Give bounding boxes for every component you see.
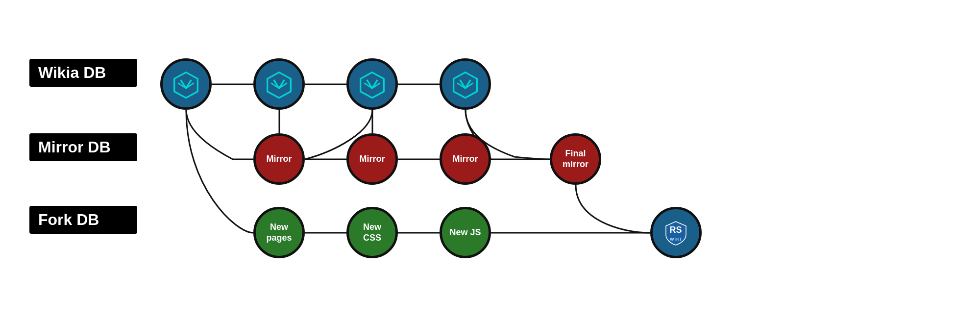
- mirror-node-1: Mirror: [253, 133, 305, 185]
- rswiki-inner: RS WIKI: [662, 219, 689, 246]
- wikia-node-1: [160, 58, 212, 110]
- svg-text:WIKI: WIKI: [670, 237, 682, 242]
- mirror-label-3: Mirror: [452, 154, 478, 165]
- wikia-node-2: [253, 58, 305, 110]
- mirror-label-4: Final mirror: [563, 149, 588, 170]
- fork-db-label: Fork DB: [29, 206, 137, 234]
- rswiki-node: RS WIKI: [650, 207, 702, 258]
- fork-node-3: New JS: [440, 207, 491, 258]
- svg-marker-12: [361, 73, 384, 98]
- rswiki-icon: RS WIKI: [662, 219, 689, 246]
- svg-marker-13: [454, 73, 477, 98]
- svg-text:RS: RS: [669, 225, 682, 235]
- fork-node-1: New pages: [253, 207, 305, 258]
- wikia-db-label-container: Wikia DB: [29, 59, 137, 87]
- fork-db-label-container: Fork DB: [29, 206, 137, 234]
- mirror-db-label-container: Mirror DB: [29, 133, 137, 161]
- wikia-icon-4: [449, 68, 481, 100]
- mirror-node-2: Mirror: [346, 133, 398, 185]
- diagram-container: Wikia DB Mirror DB Fork DB: [0, 0, 980, 322]
- wikia-icon-1: [170, 68, 202, 100]
- wikia-icon-3: [356, 68, 388, 100]
- fork-label-2: New CSS: [363, 222, 381, 243]
- wikia-icon-2: [263, 68, 295, 100]
- wikia-node-3: [346, 58, 398, 110]
- mirror-node-4: Final mirror: [550, 133, 601, 185]
- wikia-db-label: Wikia DB: [29, 59, 137, 87]
- fork-label-1: New pages: [266, 222, 292, 243]
- svg-marker-11: [268, 73, 291, 98]
- fork-label-3: New JS: [449, 227, 481, 238]
- wikia-node-4: [440, 58, 491, 110]
- mirror-db-label: Mirror DB: [29, 133, 137, 161]
- mirror-label-1: Mirror: [266, 154, 292, 165]
- mirror-node-3: Mirror: [440, 133, 491, 185]
- svg-marker-10: [174, 73, 198, 98]
- mirror-label-2: Mirror: [359, 154, 385, 165]
- fork-node-2: New CSS: [346, 207, 398, 258]
